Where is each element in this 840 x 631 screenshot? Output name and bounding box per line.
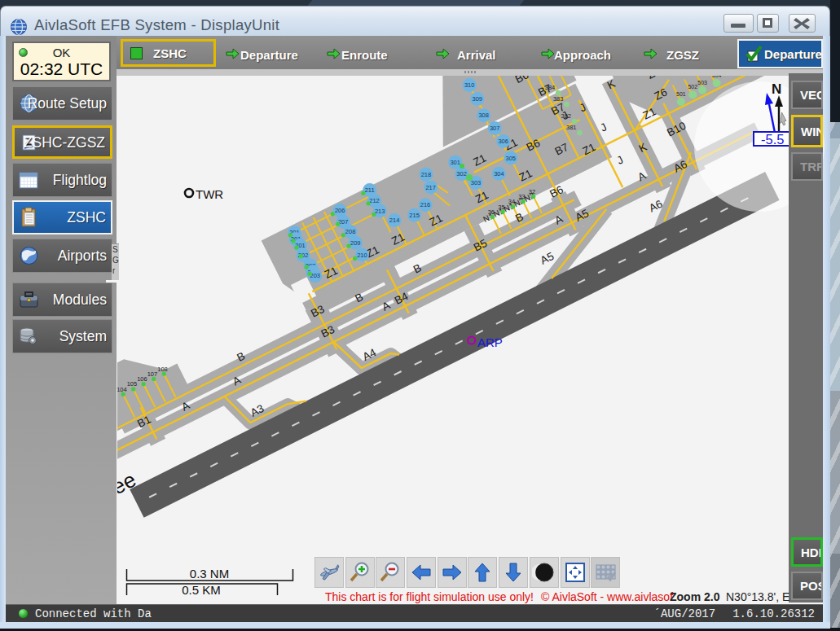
svg-text:104: 104: [117, 386, 127, 393]
svg-text:33: 33: [518, 193, 525, 200]
svg-text:0.5 KM: 0.5 KM: [182, 583, 221, 597]
svg-text:504: 504: [712, 76, 722, 78]
svg-text:0.3 NM: 0.3 NM: [190, 567, 229, 581]
svg-text:A5: A5: [539, 250, 556, 267]
svg-text:106: 106: [137, 375, 147, 383]
svg-text:501: 501: [676, 91, 686, 97]
svg-text:218: 218: [421, 171, 432, 178]
svg-text:208: 208: [345, 228, 356, 235]
svg-text:216: 216: [420, 201, 431, 208]
svg-text:309: 309: [473, 95, 483, 103]
svg-text:384: 384: [545, 84, 556, 91]
svg-text:307: 307: [490, 125, 500, 132]
svg-text:214: 214: [389, 217, 400, 224]
svg-text:209: 209: [350, 239, 361, 247]
svg-text:J: J: [615, 153, 626, 166]
svg-text:212: 212: [369, 197, 380, 204]
svg-text:213: 213: [375, 208, 385, 215]
svg-text:-5.5: -5.5: [761, 132, 784, 147]
svg-text:N: N: [772, 81, 781, 97]
svg-text:32: 32: [529, 188, 535, 195]
svg-text:J: J: [598, 121, 609, 134]
svg-text:306: 306: [498, 138, 508, 145]
svg-text:211: 211: [365, 186, 375, 194]
svg-text:502: 502: [688, 84, 697, 90]
svg-text:302: 302: [456, 170, 467, 177]
svg-text:TWR: TWR: [196, 187, 223, 201]
svg-text:310: 310: [464, 81, 475, 89]
svg-text:215: 215: [409, 212, 420, 219]
svg-text:35: 35: [498, 204, 504, 211]
svg-text:36: 36: [488, 208, 495, 216]
svg-text:206: 206: [335, 207, 345, 214]
svg-text:107: 107: [147, 370, 158, 378]
svg-text:217: 217: [425, 184, 436, 191]
svg-text:210: 210: [357, 252, 367, 259]
svg-text:382: 382: [561, 112, 571, 120]
svg-text:303: 303: [471, 179, 482, 186]
svg-text:301: 301: [450, 159, 460, 166]
svg-text:381: 381: [566, 124, 577, 131]
svg-text:105: 105: [127, 380, 138, 388]
svg-text:308: 308: [478, 112, 489, 119]
svg-text:383: 383: [553, 95, 564, 103]
svg-text:ARP: ARP: [477, 335, 503, 349]
svg-text:305: 305: [506, 155, 517, 162]
svg-text:304: 304: [494, 170, 504, 177]
svg-text:108: 108: [157, 366, 168, 373]
svg-text:503: 503: [697, 80, 707, 85]
svg-text:34: 34: [508, 198, 515, 205]
